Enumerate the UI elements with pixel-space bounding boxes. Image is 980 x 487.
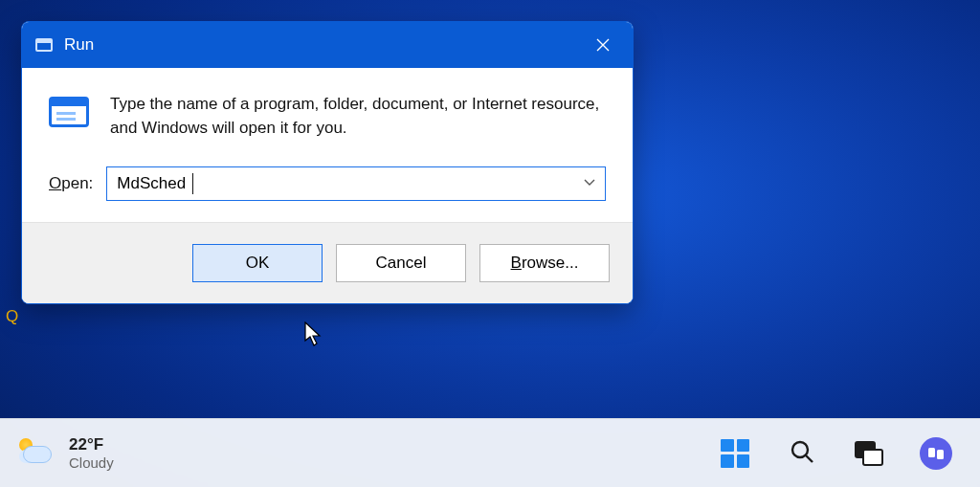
taskbar-icons: [716, 434, 961, 473]
run-title: Run: [64, 35, 581, 55]
run-button-row: OK Cancel Browse...: [22, 222, 633, 303]
chat-button[interactable]: [917, 434, 955, 473]
taskbar: 22°F Cloudy: [0, 418, 980, 487]
svg-rect-1: [928, 448, 935, 457]
run-titlebar[interactable]: Run: [22, 22, 633, 68]
task-view-icon: [855, 441, 883, 466]
open-combobox[interactable]: [106, 166, 606, 201]
mouse-cursor-icon: [304, 321, 325, 352]
start-button[interactable]: [716, 434, 754, 473]
weather-condition: Cloudy: [69, 454, 114, 471]
search-button[interactable]: [783, 434, 821, 473]
run-titlebar-icon: [35, 38, 53, 52]
weather-icon: [19, 438, 56, 467]
weather-temp: 22°F: [69, 435, 114, 454]
close-icon: [595, 37, 611, 53]
browse-button[interactable]: Browse...: [479, 244, 610, 282]
run-description: Type the name of a program, folder, docu…: [110, 93, 606, 140]
open-input[interactable]: [106, 166, 606, 201]
edge-letter-q: Q: [6, 307, 18, 326]
search-icon: [789, 438, 815, 469]
svg-rect-2: [937, 450, 944, 459]
run-icon: [49, 97, 89, 127]
close-button[interactable]: [581, 22, 625, 68]
chat-icon: [920, 437, 952, 470]
run-body: Type the name of a program, folder, docu…: [22, 68, 633, 222]
task-view-button[interactable]: [850, 434, 888, 473]
ok-button[interactable]: OK: [192, 244, 323, 282]
text-caret: [192, 173, 193, 194]
windows-logo-icon: [721, 439, 749, 468]
open-label: Open:: [49, 174, 93, 193]
svg-point-0: [792, 442, 808, 457]
weather-widget[interactable]: 22°F Cloudy: [19, 435, 114, 471]
run-dialog: Run Type the name of a program, folder, …: [21, 21, 634, 304]
cancel-button[interactable]: Cancel: [336, 244, 466, 282]
